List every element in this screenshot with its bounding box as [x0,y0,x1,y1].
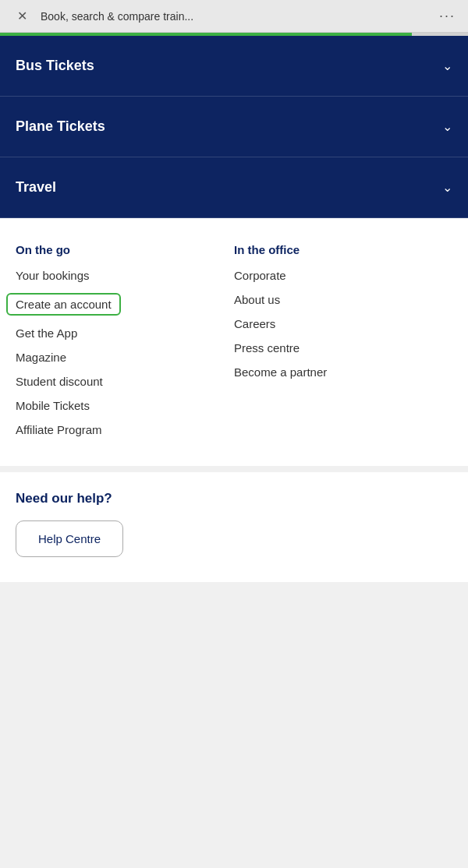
nav-item[interactable]: Bus Tickets ⌄ [0,36,468,97]
footer-link[interactable]: Careers [234,317,452,330]
chevron-down-icon: ⌄ [442,180,452,195]
chevron-down-icon: ⌄ [442,119,452,134]
footer-link[interactable]: Press centre [234,341,452,355]
help-title: Need our help? [16,491,452,506]
footer-link[interactable]: Magazine [16,351,234,364]
footer-link[interactable]: Corporate [234,269,452,282]
nav-item[interactable]: Travel ⌄ [0,157,468,218]
footer-link[interactable]: Become a partner [234,365,452,379]
footer-link[interactable]: About us [234,293,452,306]
help-centre-button[interactable]: Help Centre [16,520,123,557]
nav-item-label: Bus Tickets [16,58,94,74]
nav-item-label: Plane Tickets [16,118,105,135]
close-button[interactable]: ✕ [12,9,31,23]
footer-col-left-title: On the go [16,243,234,256]
footer-col-left: On the go Your bookingsCreate an account… [16,243,234,447]
more-button[interactable]: ··· [439,8,456,24]
footer-col-right-title: In the office [234,243,452,256]
footer-link[interactable]: Create an account [6,293,121,316]
footer-link[interactable]: Mobile Tickets [16,399,234,412]
browser-bar: ✕ Book, search & compare train... ··· [0,0,468,33]
nav-section: Bus Tickets ⌄ Plane Tickets ⌄ Travel ⌄ [0,36,468,218]
footer-col-right: In the office CorporateAbout usCareersPr… [234,243,452,447]
footer-link[interactable]: Student discount [16,375,234,388]
help-section: Need our help? Help Centre [0,466,468,582]
footer-link[interactable]: Your bookings [16,269,234,282]
footer-link[interactable]: Get the App [16,326,234,340]
nav-item-label: Travel [16,179,56,196]
chevron-down-icon: ⌄ [442,58,452,73]
footer-columns: On the go Your bookingsCreate an account… [16,243,452,447]
browser-title: Book, search & compare train... [41,10,430,23]
footer-link[interactable]: Affiliate Program [16,423,234,436]
footer-section: On the go Your bookingsCreate an account… [0,218,468,466]
nav-item[interactable]: Plane Tickets ⌄ [0,97,468,157]
